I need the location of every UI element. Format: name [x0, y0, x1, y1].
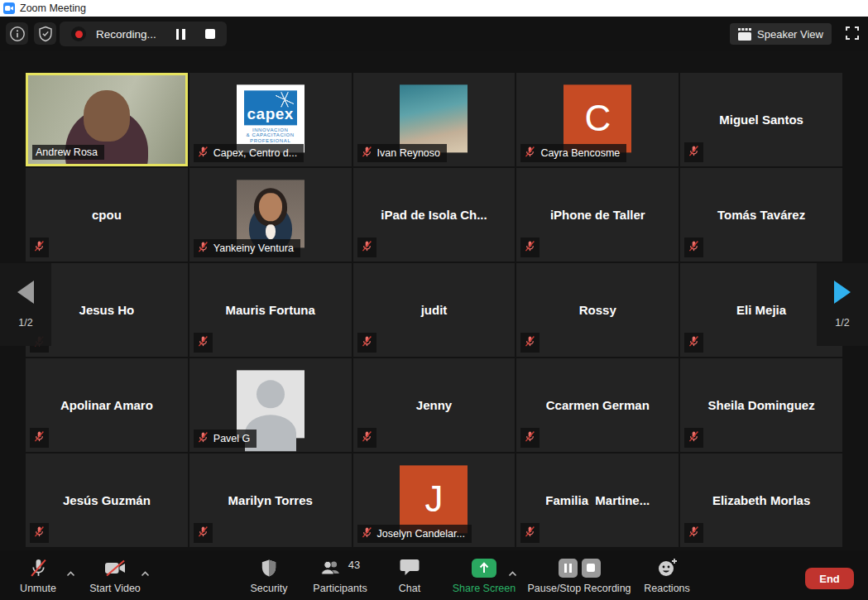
participant-name-centered: iPad de Isola Ch... [353, 168, 516, 262]
recording-dot-icon [71, 26, 86, 41]
stop-recording-icon[interactable] [582, 559, 601, 578]
unmute-button[interactable]: Unmute [7, 557, 70, 594]
participant-name-centered: Jenny [353, 358, 516, 452]
muted-mic-icon [197, 241, 209, 256]
participant-label-chip [520, 238, 540, 257]
chat-button[interactable]: Chat [389, 557, 430, 594]
participant-avatar [237, 180, 305, 247]
meeting-info-button[interactable] [6, 22, 28, 45]
video-off-icon [103, 557, 127, 578]
unmute-label: Unmute [20, 583, 56, 594]
participant-label-chip [357, 333, 376, 353]
participant-label-chip [684, 142, 703, 162]
reactions-button[interactable]: Reactions [638, 557, 696, 594]
participant-label-chip: Andrew Rosa [32, 145, 104, 160]
end-meeting-button[interactable]: End [805, 568, 854, 589]
participant-tile[interactable]: judit [353, 263, 516, 357]
muted-mic-icon [688, 335, 700, 350]
stop-recording-button[interactable] [205, 29, 215, 39]
participant-name-centered: Familia Martine... [516, 454, 679, 547]
participant-name: Andrew Rosa [36, 146, 98, 158]
muted-mic-icon [33, 240, 46, 255]
participant-label-chip [194, 523, 213, 543]
participants-button[interactable]: 43 Participants [305, 557, 376, 594]
participant-tile[interactable]: Pavel G [189, 358, 352, 452]
security-button[interactable]: Security [240, 557, 298, 594]
participant-tile[interactable]: Yankeiny Ventura [189, 168, 352, 262]
meeting-topbar: Recording... Speaker View [0, 17, 868, 51]
capex-logo: capex [244, 90, 297, 125]
participant-label-chip [684, 523, 703, 543]
participant-tile[interactable]: capexINNOVACION& CAPACITACIONPROFESIONAL… [189, 73, 352, 166]
share-options-caret[interactable] [508, 565, 517, 580]
participants-icon [320, 559, 343, 577]
participant-tile[interactable]: C Cayra Bencosme [516, 73, 679, 166]
participant-tile[interactable]: Jesús Guzmán [26, 454, 188, 547]
next-page-arrow-icon[interactable] [834, 281, 851, 304]
muted-mic-icon [197, 431, 209, 446]
participant-avatar [237, 370, 305, 438]
participant-name-centered: Sheila Dominguez [680, 358, 842, 452]
participant-tile[interactable]: Andrew Rosa [26, 73, 188, 166]
page-indicator: 1/2 [835, 317, 849, 329]
muted-mic-icon [524, 240, 536, 255]
shield-check-icon [37, 26, 54, 42]
participant-label-chip [520, 333, 540, 353]
participant-name-centered: Elizabeth Morlas [680, 454, 842, 547]
encryption-shield-button[interactable] [34, 22, 56, 45]
participant-name-centered: cpou [26, 168, 188, 262]
pause-recording-button[interactable] [171, 29, 190, 40]
participant-tile[interactable]: Sheila Dominguez [680, 358, 842, 452]
muted-mic-icon [524, 430, 536, 445]
participant-tile[interactable]: Mauris Fortuna [189, 263, 352, 357]
muted-mic-icon [197, 146, 209, 161]
participant-label-chip [684, 333, 703, 353]
participant-label-chip: Pavel G [194, 430, 257, 448]
start-video-label: Start Video [89, 583, 141, 594]
participant-tile[interactable]: iPhone de Taller [516, 168, 679, 262]
participant-avatar: J [400, 465, 468, 533]
participant-tile[interactable]: Tomás Tavárez [680, 168, 842, 262]
chat-bubble-icon [400, 557, 420, 578]
participant-avatar [400, 84, 468, 152]
reactions-label: Reactions [644, 583, 690, 594]
participant-name-centered: Rossy [516, 263, 679, 357]
participant-tile[interactable]: J Joselyn Candelar... [353, 454, 516, 547]
pause-recording-icon[interactable] [559, 559, 578, 578]
participant-label-chip [30, 523, 49, 543]
participant-label-chip [520, 523, 540, 543]
participant-tile[interactable]: Familia Martine... [516, 454, 679, 547]
participant-tile[interactable]: iPad de Isola Ch... [353, 168, 516, 262]
muted-mic-icon [28, 557, 49, 578]
participant-tile[interactable]: Elizabeth Morlas [680, 454, 842, 547]
participant-tile[interactable]: Apolinar Amaro [26, 358, 188, 452]
participant-tile[interactable]: Rossy [516, 263, 679, 357]
meeting-toolbar: Unmute Start Video Security 43 Participa… [0, 550, 868, 600]
muted-mic-icon [197, 526, 209, 540]
participant-name-centered: Ccarmen German [516, 358, 679, 452]
previous-page-arrow-icon[interactable] [17, 281, 34, 304]
fullscreen-button[interactable] [845, 26, 860, 44]
muted-mic-icon [524, 146, 536, 161]
pause-stop-recording-button[interactable]: Pause/Stop Recording [524, 557, 635, 594]
participant-name: Yankeiny Ventura [213, 242, 294, 254]
participants-label: Participants [313, 583, 367, 594]
page-indicator: 1/2 [18, 317, 32, 329]
participant-tile[interactable]: Marilyn Torres [189, 454, 352, 547]
audio-options-caret[interactable] [66, 565, 75, 580]
window-title: Zoom Meeting [20, 2, 86, 14]
video-options-caret[interactable] [141, 565, 150, 580]
participant-tile[interactable]: Miguel Santos [680, 73, 842, 166]
participant-tile[interactable]: Ivan Reynoso [353, 73, 516, 166]
participant-name-centered: iPhone de Taller [516, 168, 679, 262]
muted-mic-icon [361, 526, 373, 541]
participant-name-centered: Apolinar Amaro [26, 358, 188, 452]
participant-name-centered: Marilyn Torres [189, 454, 352, 547]
participant-tile[interactable]: Ccarmen German [516, 358, 679, 452]
participant-tile[interactable]: Jenny [353, 358, 516, 452]
participant-gallery: Andrew Rosa capexINNOVACION& CAPACITACIO… [0, 51, 868, 550]
participant-tile[interactable]: cpou [26, 168, 188, 262]
speaker-view-button[interactable]: Speaker View [730, 23, 832, 45]
security-label: Security [250, 583, 287, 594]
video-feed [84, 90, 130, 142]
